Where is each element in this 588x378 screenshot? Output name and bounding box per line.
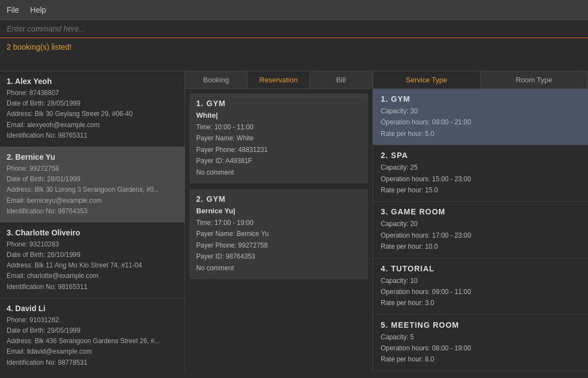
service-item[interactable]: 1. GYM Capacity: 30Operation hours: 08:0… [373, 89, 588, 145]
status-text: 2 booking(s) listed! [7, 43, 72, 51]
service-info: Capacity: 5Operation hours: 08:00 - 19:0… [381, 332, 580, 365]
service-item[interactable]: 4. TUTORIAL Capacity: 10Operation hours:… [373, 259, 588, 315]
service-info: Capacity: 30Operation hours: 08:00 - 21:… [381, 106, 580, 139]
tab-service-type[interactable]: Service Type [373, 71, 481, 88]
customer-item[interactable]: 1. Alex Yeoh Phone: 87438807 Date of Bir… [0, 71, 185, 147]
service-title: 4. TUTORIAL [381, 264, 580, 273]
customer-list: 1. Alex Yeoh Phone: 87438807 Date of Bir… [0, 71, 185, 372]
customer-item[interactable]: 3. Charlotte Oliveiro Phone: 93210283 Da… [0, 223, 185, 298]
booking-title: 1. GYM [196, 99, 361, 108]
service-list: 1. GYM Capacity: 30Operation hours: 08:0… [373, 89, 588, 372]
customer-name: 3. Charlotte Oliveiro [7, 228, 178, 237]
service-info: Capacity: 10Operation hours: 09:00 - 11:… [381, 275, 580, 309]
service-title: 1. GYM [381, 95, 580, 103]
menu-help[interactable]: Help [30, 6, 46, 14]
tab-booking[interactable]: Booking [185, 71, 248, 88]
command-input[interactable] [7, 24, 581, 33]
service-item[interactable]: 5. MEETING ROOM Capacity: 5Operation hou… [373, 315, 588, 371]
status-bar: 2 booking(s) listed! [0, 38, 588, 71]
menu-bar: File Help [0, 0, 588, 20]
booking-info: Time: 10:00 - 11:00 Payer Name: White Pa… [196, 122, 361, 178]
tab-room-type[interactable]: Room Type [481, 71, 589, 88]
booking-customer: Bernice Yu| [196, 207, 361, 215]
customer-name: 2. Bernice Yu [7, 153, 178, 161]
service-title: 2. SPA [381, 151, 580, 160]
booking-customer: White| [196, 111, 361, 119]
center-tab-bar: Booking Reservation Bill [185, 71, 372, 89]
service-item[interactable]: 6. LOUNGE [373, 371, 588, 372]
menu-file[interactable]: File [7, 6, 19, 14]
service-title: 5. MEETING ROOM [381, 321, 580, 329]
booking-title: 2. GYM [196, 195, 361, 203]
command-bar [0, 20, 588, 38]
booking-card[interactable]: 2. GYM Bernice Yu| Time: 17:00 - 19:00 P… [190, 189, 368, 279]
right-tab-bar: Service Type Room Type [373, 71, 588, 89]
right-panel: Service Type Room Type 1. GYM Capacity: … [373, 71, 588, 372]
service-item[interactable]: 3. GAME ROOM Capacity: 20Operation hours… [373, 202, 588, 258]
service-item[interactable]: 2. SPA Capacity: 25Operation hours: 15:0… [373, 145, 588, 202]
center-panel: Booking Reservation Bill 1. GYM White| T… [185, 71, 373, 372]
tab-bill[interactable]: Bill [310, 71, 372, 88]
customer-item[interactable]: 2. Bernice Yu Phone: 99272758 Date of Bi… [0, 147, 185, 223]
customer-detail: Phone: 87438807 Date of Birth: 28/05/199… [7, 88, 178, 141]
customer-item[interactable]: 4. David Li Phone: 91031282 Date of Birt… [0, 298, 185, 372]
service-info: Capacity: 20Operation hours: 17:00 - 23:… [381, 218, 580, 252]
service-info: Capacity: 25Operation hours: 15:00 - 23:… [381, 162, 580, 196]
main-layout: 1. Alex Yeoh Phone: 87438807 Date of Bir… [0, 71, 588, 372]
customer-detail: Phone: 91031282 Date of Birth: 29/05/199… [7, 315, 178, 368]
customer-detail: Phone: 93210283 Date of Birth: 28/10/199… [7, 239, 178, 292]
booking-card[interactable]: 1. GYM White| Time: 10:00 - 11:00 Payer … [190, 93, 368, 183]
customer-name: 1. Alex Yeoh [7, 77, 178, 86]
booking-list: 1. GYM White| Time: 10:00 - 11:00 Payer … [185, 89, 372, 372]
customer-detail: Phone: 99272758 Date of Birth: 28/01/199… [7, 164, 178, 217]
booking-info: Time: 17:00 - 19:00 Payer Name: Bernice … [196, 217, 361, 274]
customer-name: 4. David Li [7, 304, 178, 313]
tab-reservation[interactable]: Reservation [248, 71, 310, 88]
service-title: 3. GAME ROOM [381, 207, 580, 216]
